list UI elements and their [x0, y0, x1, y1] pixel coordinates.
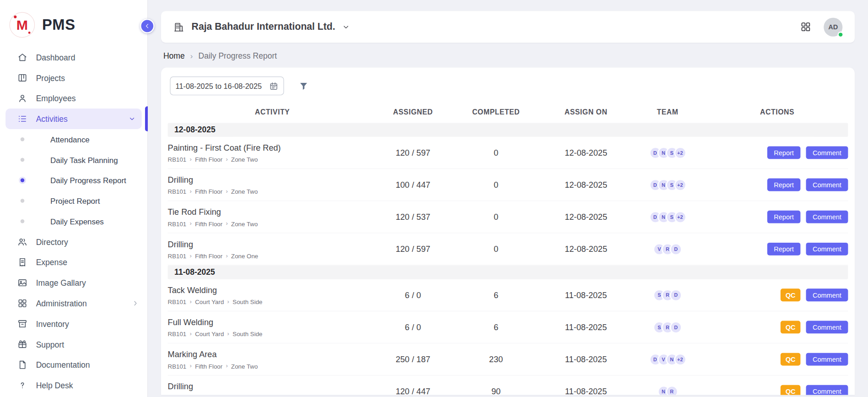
- table-row: Marking AreaRB101›Fifth Floor›Zone Two25…: [168, 343, 848, 375]
- sidebar-item-help-desk[interactable]: Help Desk: [0, 375, 147, 396]
- sidebar-item-activities[interactable]: Activities: [5, 109, 142, 129]
- team-cell: DNS+2: [629, 211, 706, 223]
- company-selector[interactable]: Raja Bahadur International Ltd.: [192, 21, 350, 33]
- location-segment: Fifth Floor: [195, 188, 222, 195]
- breadcrumb-current: Daily Progress Report: [199, 52, 277, 60]
- location-segment: Zone Two: [231, 363, 258, 370]
- qc-button[interactable]: QC: [781, 321, 801, 333]
- location-segment: Fifth Floor: [195, 363, 222, 370]
- report-button[interactable]: Report: [767, 243, 801, 256]
- sidebar-item-label: Dashboard: [36, 53, 75, 62]
- comment-button[interactable]: Comment: [806, 211, 848, 223]
- chevron-down-icon: [128, 114, 136, 123]
- activity-cell: DrillingRB101›Fifth Floor›Zone One: [168, 239, 377, 259]
- report-button[interactable]: Report: [767, 179, 801, 191]
- comment-button[interactable]: Comment: [806, 353, 848, 366]
- date-group-header: 12-08-2025: [168, 123, 848, 137]
- activity-location: RB101›Court Yard›South Side: [168, 298, 373, 305]
- comment-button[interactable]: Comment: [806, 321, 848, 333]
- top-header: Raja Bahadur International Ltd. AD: [161, 11, 855, 43]
- activity-cell: Painting - First Coat (Fire Red)RB101›Fi…: [168, 143, 377, 163]
- comment-button[interactable]: Comment: [806, 146, 848, 159]
- activity-name: Tack Welding: [168, 285, 373, 294]
- location-segment: Zone One: [231, 252, 258, 259]
- breadcrumb-home[interactable]: Home: [163, 52, 185, 60]
- activity-cell: DrillingRB101›Fifth Floor›Zone Two: [168, 381, 377, 395]
- activities-icon: [17, 114, 28, 124]
- activity-cell: DrillingRB101›Fifth Floor›Zone Two: [168, 175, 377, 195]
- logo-letter: M: [16, 17, 28, 33]
- active-item-indicator: [145, 106, 148, 131]
- sidebar-subitem-daily-progress-report[interactable]: Daily Progress Report: [0, 170, 147, 190]
- home-icon: [17, 52, 28, 63]
- activity-name: Drilling: [168, 175, 373, 185]
- company-name: Raja Bahadur International Ltd.: [192, 21, 335, 33]
- sidebar-subitem-attendance[interactable]: Attendance: [0, 129, 147, 150]
- sidebar-item-image-gallary[interactable]: Image Gallary: [0, 272, 147, 293]
- chevron-right-icon: ›: [226, 221, 227, 227]
- location-segment: Court Yard: [195, 331, 224, 337]
- calendar-icon: [269, 81, 279, 91]
- administration-icon: [17, 298, 28, 309]
- sidebar-item-directory[interactable]: Directory: [0, 232, 147, 252]
- team-cell: DNS+2: [629, 147, 706, 159]
- team-cell: NR: [629, 385, 706, 395]
- sidebar-collapse-button[interactable]: [140, 19, 154, 33]
- completed-value: 6: [449, 322, 543, 332]
- completed-value: 0: [449, 180, 543, 190]
- chevron-right-icon: ›: [227, 299, 229, 305]
- report-button[interactable]: Report: [767, 146, 801, 159]
- sidebar-item-projects[interactable]: Projects: [0, 68, 147, 88]
- expense-icon: [17, 257, 28, 267]
- report-button[interactable]: Report: [767, 211, 801, 223]
- table-row: Full WeldingRB101›Court Yard›South Side6…: [168, 311, 848, 343]
- location-segment: RB101: [168, 156, 187, 163]
- date-range-input[interactable]: 11-08-2025 to 16-08-2025: [170, 76, 284, 95]
- assigned-value: 6 / 0: [377, 322, 449, 332]
- comment-button[interactable]: Comment: [806, 243, 848, 256]
- sidebar-item-inventory[interactable]: Inventory: [0, 314, 147, 334]
- activity-cell: Tie Rod FixingRB101›Fifth Floor›Zone Two: [168, 207, 377, 227]
- sidebar-item-label: Directory: [36, 237, 68, 246]
- location-segment: RB101: [168, 188, 187, 195]
- sidebar-subitem-daily-task-planning[interactable]: Daily Task Planning: [0, 150, 147, 170]
- location-segment: Zone Two: [231, 156, 258, 163]
- sidebar-item-label: Help Desk: [36, 381, 73, 390]
- sidebar-item-expense[interactable]: Expense: [0, 252, 147, 272]
- building-icon: [173, 22, 184, 33]
- comment-button[interactable]: Comment: [806, 385, 848, 395]
- sidebar-item-administration[interactable]: Administration: [0, 293, 147, 314]
- apps-grid-icon[interactable]: [800, 21, 811, 33]
- location-segment: South Side: [232, 298, 262, 305]
- team-more-badge: +2: [674, 147, 686, 159]
- filter-icon[interactable]: [298, 81, 309, 91]
- user-avatar[interactable]: AD: [824, 17, 842, 36]
- online-status-dot: [837, 31, 843, 37]
- comment-button[interactable]: Comment: [806, 179, 848, 191]
- comment-button[interactable]: Comment: [806, 288, 848, 301]
- sidebar-item-label: Administration: [36, 299, 87, 308]
- sidebar-subitem-label: Daily Progress Report: [50, 176, 126, 185]
- sidebar-item-dashboard[interactable]: Dashboard: [0, 47, 147, 68]
- bullet-dot: [21, 219, 24, 223]
- team-cell: SRD: [629, 321, 706, 333]
- location-segment: Fifth Floor: [195, 252, 222, 259]
- column-header-team: TEAM: [629, 108, 706, 116]
- completed-value: 0: [449, 212, 543, 222]
- activity-location: RB101›Court Yard›South Side: [168, 331, 373, 337]
- qc-button[interactable]: QC: [781, 288, 801, 301]
- sidebar-item-label: Support: [36, 340, 64, 348]
- sidebar-subitem-daily-expenses[interactable]: Daily Expenses: [0, 211, 147, 232]
- sidebar-item-employees[interactable]: Employees: [0, 88, 147, 109]
- sidebar-item-documentation[interactable]: Documentation: [0, 354, 147, 375]
- sidebar-item-support[interactable]: Support: [0, 334, 147, 355]
- qc-button[interactable]: QC: [781, 385, 801, 395]
- gallery-icon: [17, 277, 28, 288]
- chevron-right-icon: [131, 299, 140, 307]
- qc-button[interactable]: QC: [781, 353, 801, 366]
- assigned-value: 120 / 537: [377, 212, 449, 222]
- breadcrumb: Home › Daily Progress Report: [163, 52, 855, 60]
- chevron-left-icon: [143, 22, 151, 30]
- sidebar-subitem-project-report[interactable]: Project Report: [0, 190, 147, 211]
- assigned-value: 250 / 187: [377, 354, 449, 364]
